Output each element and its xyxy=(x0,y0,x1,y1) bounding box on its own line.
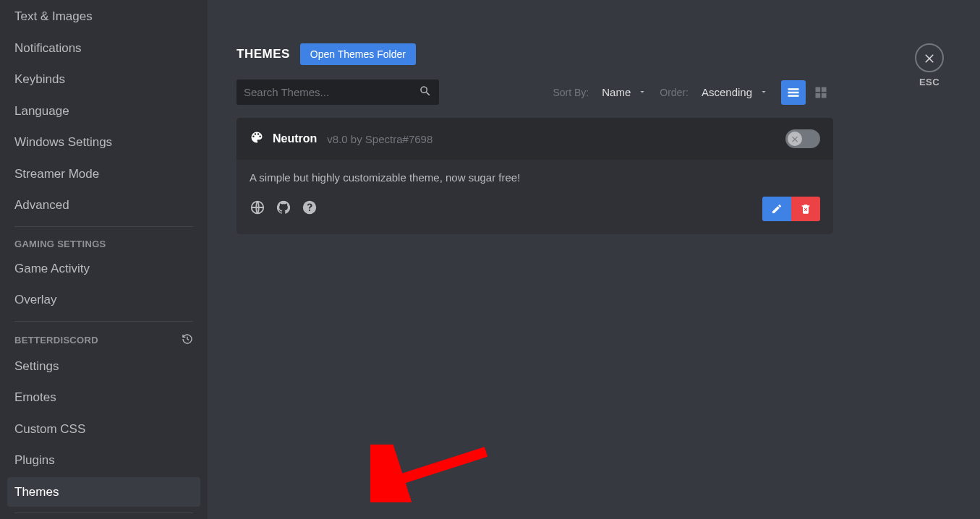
sidebar-item-label: Overlay xyxy=(14,293,57,306)
sidebar-item-label: Notifications xyxy=(14,41,82,55)
sidebar-item-game-activity[interactable]: Game Activity xyxy=(7,254,200,284)
close-icon xyxy=(923,51,936,64)
sidebar-item-notifications[interactable]: Notifications xyxy=(7,33,200,64)
sort-by-dropdown[interactable]: Name xyxy=(600,83,648,101)
theme-description: A simple but highly customizable theme, … xyxy=(237,160,833,186)
edit-theme-button[interactable] xyxy=(762,197,791,221)
toolbar: Sort By: Name Order: Ascending xyxy=(237,80,833,105)
theme-card-header: Neutron v8.0 by Spectra#7698 xyxy=(237,118,833,160)
help-icon[interactable] xyxy=(302,200,318,218)
chevron-down-icon xyxy=(759,86,768,98)
sidebar-item-label: Custom CSS xyxy=(14,422,85,436)
sidebar-item-label: Language xyxy=(14,104,69,118)
close-area: ESC xyxy=(915,43,944,87)
sidebar-item-keybinds[interactable]: Keybinds xyxy=(7,64,200,95)
theme-card: Neutron v8.0 by Spectra#7698 A simple bu… xyxy=(237,118,833,234)
theme-enable-toggle[interactable] xyxy=(785,129,820,148)
sidebar-item-label: Keybinds xyxy=(14,72,65,86)
list-view-button[interactable] xyxy=(781,80,806,105)
order-label: Order: xyxy=(660,87,689,98)
sidebar-divider xyxy=(14,512,193,513)
sidebar-item-language[interactable]: Language xyxy=(7,96,200,126)
sidebar-item-label: Emotes xyxy=(14,390,56,404)
search-icon[interactable] xyxy=(419,85,432,100)
close-button[interactable] xyxy=(915,43,944,72)
search-wrap xyxy=(237,80,439,105)
sidebar-item-label: Windows Settings xyxy=(14,135,112,149)
open-themes-folder-button[interactable]: Open Themes Folder xyxy=(300,43,416,65)
sidebar-header-betterdiscord: BetterDiscord xyxy=(7,327,200,350)
sidebar-header-label: BetterDiscord xyxy=(14,335,98,346)
order-value: Ascending xyxy=(702,86,752,98)
x-icon xyxy=(791,134,799,143)
svg-rect-3 xyxy=(816,87,821,92)
delete-theme-button[interactable] xyxy=(791,197,820,221)
theme-name: Neutron xyxy=(273,132,317,145)
changelog-icon[interactable] xyxy=(182,333,193,347)
palette-icon xyxy=(250,130,264,147)
sidebar-item-label: Plugins xyxy=(14,453,55,467)
sidebar-divider xyxy=(14,321,193,322)
page-header: THEMES Open Themes Folder xyxy=(237,43,951,65)
svg-rect-2 xyxy=(788,95,799,97)
svg-rect-1 xyxy=(788,91,799,93)
sort-by-label: Sort By: xyxy=(553,87,589,98)
theme-card-footer xyxy=(237,186,833,234)
search-input[interactable] xyxy=(237,80,439,105)
sidebar-item-text-images[interactable]: Text & Images xyxy=(7,1,200,32)
sidebar-item-streamer-mode[interactable]: Streamer Mode xyxy=(7,159,200,189)
page-title: THEMES xyxy=(237,47,290,61)
sidebar-item-custom-css[interactable]: Custom CSS xyxy=(7,414,200,445)
sidebar-item-plugins[interactable]: Plugins xyxy=(7,445,200,476)
sidebar-item-advanced[interactable]: Advanced xyxy=(7,190,200,220)
github-icon[interactable] xyxy=(276,200,291,218)
settings-sidebar: Text & Images Notifications Keybinds Lan… xyxy=(0,0,208,519)
sidebar-header-label: Gaming Settings xyxy=(14,239,106,249)
sidebar-item-themes[interactable]: Themes xyxy=(7,477,200,507)
svg-line-9 xyxy=(385,452,486,484)
sidebar-item-overlay[interactable]: Overlay xyxy=(7,285,200,315)
svg-rect-5 xyxy=(816,93,821,98)
content-area: ESC THEMES Open Themes Folder Sort By: N… xyxy=(208,0,980,519)
sidebar-item-label: Text & Images xyxy=(14,9,93,23)
grid-view-icon xyxy=(814,85,828,100)
close-label: ESC xyxy=(915,77,944,87)
view-toggle xyxy=(781,80,833,105)
chevron-down-icon xyxy=(638,86,647,98)
sidebar-item-label: Streamer Mode xyxy=(14,167,99,181)
order-dropdown[interactable]: Ascending xyxy=(700,83,770,101)
trash-icon xyxy=(800,203,811,215)
theme-meta: v8.0 by Spectra#7698 xyxy=(327,133,433,145)
sort-by-value: Name xyxy=(602,86,631,98)
svg-rect-0 xyxy=(788,88,799,90)
pencil-icon xyxy=(771,203,783,215)
sidebar-item-label: Themes xyxy=(14,485,59,499)
toggle-knob xyxy=(788,132,802,146)
sidebar-item-bd-settings[interactable]: Settings xyxy=(7,351,200,382)
annotation-arrow xyxy=(370,445,500,502)
svg-rect-6 xyxy=(822,93,827,98)
list-view-icon xyxy=(786,85,801,100)
sidebar-divider xyxy=(14,226,193,227)
svg-rect-4 xyxy=(822,87,827,92)
grid-view-button[interactable] xyxy=(809,80,833,105)
sidebar-item-label: Advanced xyxy=(14,198,69,212)
sidebar-item-label: Settings xyxy=(14,359,59,373)
sidebar-item-emotes[interactable]: Emotes xyxy=(7,382,200,413)
theme-actions xyxy=(762,197,820,221)
sidebar-item-label: Game Activity xyxy=(14,262,90,275)
sidebar-item-windows-settings[interactable]: Windows Settings xyxy=(7,127,200,158)
sidebar-header-gaming: Gaming Settings xyxy=(7,233,200,252)
website-icon[interactable] xyxy=(250,200,265,218)
